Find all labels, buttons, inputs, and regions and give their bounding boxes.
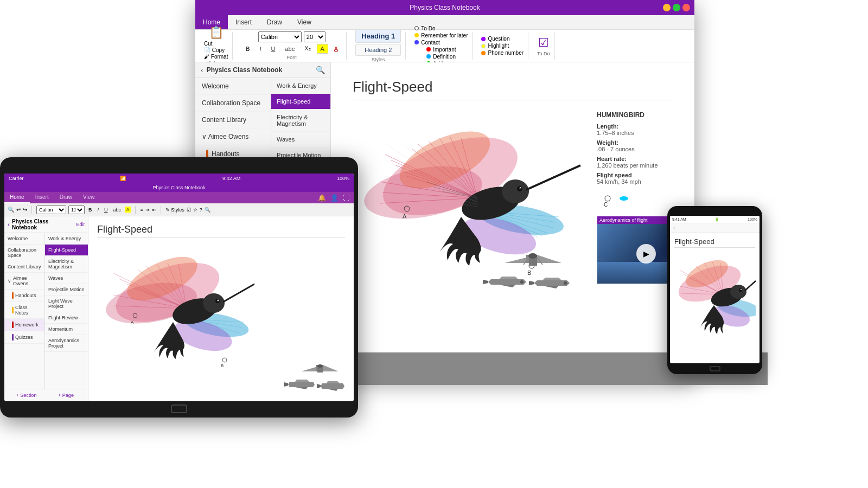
svg-point-73 [203, 293, 225, 313]
bold-button[interactable]: B [241, 44, 253, 54]
underline-button[interactable]: U [267, 44, 279, 54]
tablet-page-waves[interactable]: Waves [45, 273, 88, 284]
cut-button[interactable]: Cut [204, 41, 228, 47]
svg-text:B: B [221, 363, 224, 368]
highlight-button[interactable]: A [317, 44, 328, 54]
tablet-page-flight-review[interactable]: Flight-Review [45, 312, 88, 324]
tablet-bell-icon[interactable]: 🔔 [318, 194, 326, 202]
tablet-edit-button[interactable]: Edit [76, 222, 85, 227]
tag-important[interactable]: Important [426, 47, 456, 53]
tab-draw[interactable]: Draw [259, 15, 290, 29]
tablet-page-flight-speed[interactable]: Flight-Speed [45, 245, 88, 256]
phone-time: 9:41 AM [672, 217, 686, 221]
tablet-page-light-wave[interactable]: Light Wave Project [45, 296, 88, 312]
tablet-handouts-color [12, 292, 14, 299]
tablet-search-2-icon[interactable]: 🔍 [205, 207, 210, 213]
tablet-ribbon-tabs: Home Insert Draw View 🔔 👤 ⛶ [4, 192, 354, 203]
close-button[interactable] [682, 4, 690, 11]
tablet-page-momentum[interactable]: Momentum [45, 324, 88, 335]
tablet-sidebar-aimee[interactable]: ∨ Aimee Owens [4, 273, 44, 290]
sidebar-item-aimee[interactable]: ∨ Aimee Owens [195, 129, 271, 145]
tablet-sidebar-quizzes[interactable]: Quizzes [4, 331, 44, 344]
sidebar-item-collaboration[interactable]: Collaboration Space [195, 95, 271, 112]
tablet-star-icon[interactable]: ☆ [193, 207, 197, 213]
tablet-underline-btn[interactable]: U [103, 207, 110, 213]
tablet-bold-btn[interactable]: B [87, 207, 94, 213]
tablet-page-work-energy[interactable]: Work & Energy [45, 233, 88, 245]
page-flight-speed[interactable]: Flight-Speed [271, 94, 330, 110]
page-work-energy[interactable]: Work & Energy [271, 78, 330, 94]
sidebar-item-content-library[interactable]: Content Library [195, 112, 271, 129]
tablet-section-list: Welcome Collaboration Space Content Libr… [4, 233, 45, 389]
format-button[interactable]: 🖌 Format [204, 54, 228, 60]
heading2-button[interactable]: Heading 2 [355, 44, 401, 56]
tablet-sidebar-class-notes[interactable]: Class Notes [4, 302, 44, 319]
tablet-question-icon[interactable]: ? [200, 207, 202, 213]
tablet-tab-insert[interactable]: Insert [30, 192, 54, 203]
todo-checkbox-button[interactable]: ☑ [538, 36, 549, 50]
svg-point-26 [502, 179, 529, 203]
page-waves[interactable]: Waves [271, 132, 330, 147]
tablet-add-section-button[interactable]: + Section [7, 391, 46, 399]
tablet-sidebar-handouts[interactable]: Handouts [4, 290, 44, 302]
phone-home-button[interactable] [710, 366, 720, 371]
tag-definition[interactable]: Definition [426, 54, 456, 60]
tablet-indent-icon[interactable]: ⇥ [145, 207, 150, 213]
tablet-size-selector[interactable]: 11 [68, 206, 85, 214]
tablet-tab-home[interactable]: Home [4, 192, 30, 203]
tablet-list-icon[interactable]: ≡ [140, 207, 143, 213]
tag-highlight[interactable]: Highlight [481, 43, 524, 49]
tablet-checkbox-icon[interactable]: ☑ [187, 207, 191, 213]
tag-remember[interactable]: Remember for later [414, 33, 468, 38]
font-selector[interactable]: Calibri [258, 31, 302, 42]
tablet-abc-btn[interactable]: abc [112, 207, 123, 213]
tablet-outdent-icon[interactable]: ⇤ [152, 207, 156, 213]
tablet-styles-btn[interactable]: ✎ Styles [165, 207, 184, 213]
tablet-sidebar-homework[interactable]: Homework [4, 319, 44, 331]
maximize-button[interactable] [673, 4, 680, 11]
tablet-page-electricity[interactable]: Electricity & Magnetism [45, 256, 88, 273]
minimize-button[interactable] [663, 4, 671, 11]
font-size-selector[interactable]: 20 [304, 31, 326, 42]
tag-question[interactable]: Question [481, 36, 524, 42]
tablet-search-icon[interactable]: 🔍 [8, 207, 14, 213]
tablet-tab-view[interactable]: View [78, 192, 100, 203]
tablet-add-page-button[interactable]: + Page [46, 391, 86, 399]
tag-todo[interactable]: To Do [414, 25, 468, 31]
tablet-home-button[interactable] [171, 404, 187, 413]
sidebar-search-icon[interactable]: 🔍 [316, 66, 325, 74]
subscript-button[interactable]: X₂ [301, 43, 314, 54]
tablet-highlight-btn[interactable]: A [125, 207, 131, 213]
tablet-tab-draw[interactable]: Draw [54, 192, 78, 203]
tablet-sidebar-collaboration[interactable]: Collaboration Space [4, 245, 44, 261]
tablet-page-aerodynamics[interactable]: Aerodynamics Project [45, 335, 88, 352]
font-color-button[interactable]: A [330, 44, 342, 54]
tablet-sidebar-welcome[interactable]: Welcome [4, 233, 44, 245]
video-title: Aerodynamics of flight [599, 217, 648, 223]
tablet-expand-icon[interactable]: ⛶ [343, 194, 349, 202]
tablet-italic-btn[interactable]: I [96, 207, 101, 213]
tab-insert[interactable]: Insert [228, 15, 259, 29]
sidebar-item-welcome[interactable]: Welcome [195, 78, 271, 95]
heading1-button[interactable]: Heading 1 [355, 29, 401, 43]
page-electricity[interactable]: Electricity & Magnetism [271, 110, 330, 132]
sidebar-back-button[interactable]: ‹ [201, 66, 203, 74]
tablet-page-projectile[interactable]: Projectile Motion [45, 284, 88, 296]
tablet-redo-icon[interactable]: ↪ [23, 207, 27, 213]
tablet-person-icon[interactable]: 👤 [330, 194, 339, 202]
play-icon[interactable]: ▶ [636, 244, 656, 264]
tablet-sidebar-back[interactable]: ‹ [8, 221, 10, 228]
paste-button[interactable]: 📋 [209, 25, 224, 40]
tablet-battery: 100% [337, 176, 349, 181]
tablet-undo-icon[interactable]: ↩ [16, 207, 21, 213]
tablet-sidebar-content-library[interactable]: Content Library [4, 261, 44, 273]
tablet-font-selector[interactable]: Calibri [36, 206, 66, 214]
strikethrough-button[interactable]: abc [281, 44, 298, 54]
phone-back-button[interactable]: ‹ [673, 226, 675, 230]
tag-contact[interactable]: Contact [414, 40, 468, 46]
copy-button[interactable]: 📄 Copy [204, 47, 228, 53]
toolbar-divider-1 [31, 206, 32, 214]
tab-view[interactable]: View [290, 15, 319, 29]
italic-button[interactable]: I [256, 44, 265, 54]
tag-phone[interactable]: Phone number [481, 50, 524, 56]
